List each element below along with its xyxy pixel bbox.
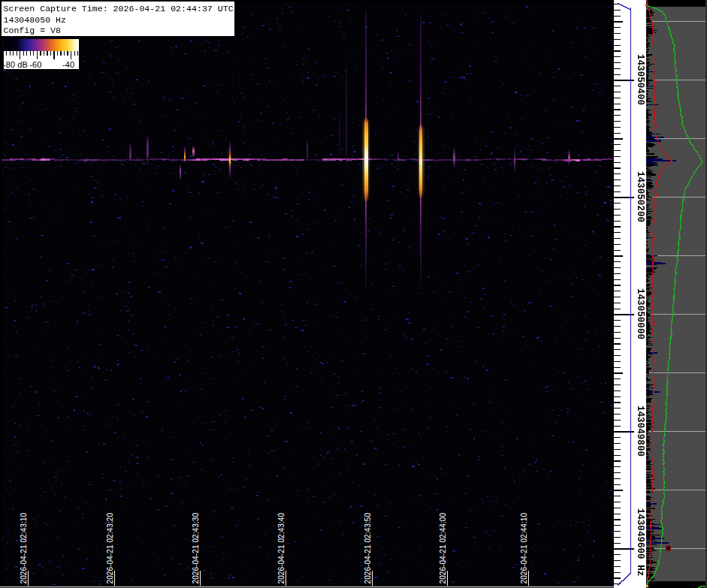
svg-text:143050200: 143050200 <box>635 171 645 222</box>
svg-text:143049600 Hz: 143049600 Hz <box>635 508 645 577</box>
svg-text:143048050 Hz: 143048050 Hz <box>4 15 67 25</box>
svg-text:2026-04-21 02:43:20: 2026-04-21 02:43:20 <box>106 513 114 584</box>
svg-text:2026-04-21 02:44:00: 2026-04-21 02:44:00 <box>439 513 447 584</box>
svg-text:2026-04-21 02:43:50: 2026-04-21 02:43:50 <box>364 513 372 584</box>
svg-text:143050400: 143050400 <box>635 54 645 105</box>
svg-text:2026-04-21 02:43:10: 2026-04-21 02:43:10 <box>20 513 28 584</box>
svg-text:143050000: 143050000 <box>635 288 645 339</box>
svg-text:Config = V8: Config = V8 <box>4 26 62 35</box>
svg-text:-40: -40 <box>62 60 74 69</box>
svg-text:-80 dB: -80 dB <box>3 60 28 69</box>
svg-text:2026-04-21 02:43:40: 2026-04-21 02:43:40 <box>277 513 286 584</box>
svg-text:-60: -60 <box>29 60 41 69</box>
svg-text:2026-04-21 02:44:10: 2026-04-21 02:44:10 <box>520 513 528 584</box>
svg-text:Screen Capture Time: 2026-04-2: Screen Capture Time: 2026-04-21 02:44:37… <box>4 4 234 14</box>
svg-text:143049800: 143049800 <box>635 406 645 457</box>
svg-text:2026-04-21 02:43:30: 2026-04-21 02:43:30 <box>192 513 200 584</box>
